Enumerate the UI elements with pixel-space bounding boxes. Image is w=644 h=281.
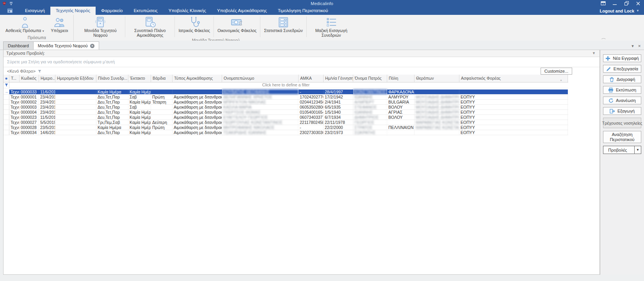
close-button[interactable]	[632, 0, 644, 7]
tab-list-dropdown-icon[interactable]: ▼	[631, 44, 635, 48]
table-cell: 23/5/2019	[39, 125, 55, 130]
filter-funnel-icon[interactable]	[38, 70, 41, 73]
doc-tab[interactable]: Μονάδα Τεχνητού Νεφρού✕	[33, 41, 99, 50]
tab-strip-close-icon[interactable]: ✕	[638, 44, 641, 48]
column-header[interactable]: Πόλη	[387, 75, 415, 82]
table-row[interactable]: →Τεχνη000003311/6/2019Καμία ΗμέραΚαμία Η…	[4, 89, 568, 95]
empty-filter-label[interactable]: <Κενό Φίλτρο>	[7, 67, 36, 75]
data-grid: ✱Τ...ΚωδικόςΗμερο...Ημερομηνία ΕξόδουΠλά…	[4, 75, 568, 135]
customize-button[interactable]: Customize...	[541, 68, 572, 75]
table-cell: ΔΗΜΗΤΡΙΟΣ	[353, 115, 387, 120]
sidebar-button[interactable]: Αναζήτηση Περιστατικού	[603, 131, 641, 143]
table-cell: 22/2/2000	[324, 125, 353, 130]
ribbon-item[interactable]: Στατιστικά Συνεδριών	[261, 16, 306, 33]
ribbon-item[interactable]: Μονάδα Τεχνητού Νεφρού	[76, 16, 125, 38]
column-header[interactable]: Ημερο...	[39, 75, 55, 82]
table-cell: ΜΟΥΣΙΑΔΗΣ ΔΗΜΗΤΡΙΟΣ	[415, 100, 459, 104]
sidebar-button[interactable]: Τρέχουσες νοσηλείες	[603, 118, 641, 128]
table-cell	[415, 130, 459, 135]
column-header[interactable]: Κωδικός	[20, 75, 39, 82]
column-header[interactable]: Τ...	[9, 75, 20, 82]
ribbon-tab[interactable]: Τιμολόγηση Περιστατικού	[272, 7, 334, 15]
table-cell: ΕΟΠΥΥ	[459, 100, 568, 104]
table-cell: Καμία Ημέρα	[128, 130, 151, 135]
ribbon-tab[interactable]: Εισαγωγή	[20, 7, 50, 15]
sidebar-button[interactable]: Εκτύπωση	[603, 86, 641, 94]
current-view-label: Τρέχουσα Προβολή:	[6, 51, 45, 55]
table-cell: 0000004	[20, 110, 39, 115]
table-cell: Τεχνη	[9, 89, 20, 94]
column-header[interactable]: Ημ/νία Γέννησης	[324, 75, 353, 82]
table-cell: ΕΟΠΥΥ	[459, 130, 568, 135]
doc-tab[interactable]: Dashboard	[3, 41, 34, 50]
sidebar-button[interactable]: Προβολές▼	[603, 146, 641, 154]
column-header[interactable]: Πλάνο Συνεδρ...	[96, 75, 128, 82]
table-row[interactable]: Τεχνη000000323/4/2018Δευ,Τετ,ΠαρΣαβΑιμοκ…	[4, 105, 568, 110]
ribbon-item[interactable]: Ασθενείς Πρόσωπα ▼	[2, 16, 48, 34]
table-row[interactable]: Τεχνη000003414/6/2019Δευ,Τετ,ΠαρΚαμία Ημ…	[4, 130, 568, 135]
sidebar-button[interactable]: Εξαγωγή	[603, 107, 641, 115]
table-cell	[151, 115, 173, 120]
trash-icon	[609, 77, 614, 82]
ribbon-tab[interactable]: Εκτυπώσεις	[128, 7, 163, 15]
ribbon-item[interactable]: Ιατρικός Φάκελος	[175, 16, 213, 33]
ribbon-item[interactable]: Μαζική Εισαγωγή Συνεδριών	[307, 16, 356, 38]
column-header[interactable]: Ονοματεπώνυμο	[222, 75, 299, 82]
collapse-ribbon-icon[interactable]: ︿	[601, 36, 607, 40]
group-by-drop-area[interactable]: Σύρετε μια Στήλη για να ομαδοποιήσετε σύ…	[4, 57, 600, 67]
ribbon-item-separator	[260, 16, 260, 37]
table-row[interactable]: Τεχνη000000123/4/2018Δευ,Τετ,ΠαρΣαβΠρώτη…	[4, 95, 568, 100]
chevron-down-icon[interactable]: ▼	[634, 146, 641, 154]
table-row[interactable]: Τεχνη000002311/5/2018Δευ,Τετ,ΠαρΚαμία Ημ…	[4, 115, 568, 120]
column-header[interactable]: Όνομα Πατρός	[353, 75, 387, 82]
sidebar-button-label: Εκτύπωση	[616, 88, 636, 92]
sidebar-button[interactable]: Επεξεργασία	[603, 65, 641, 73]
chevron-down-icon[interactable]: ▼	[592, 50, 596, 56]
ribbon-tab[interactable]: Φαρμακείο	[96, 7, 128, 15]
row-indicator	[4, 110, 9, 115]
restore-button[interactable]	[621, 0, 632, 7]
column-header[interactable]: Έκτακτο	[128, 75, 151, 82]
define-filter-row[interactable]: Click here to define a filter	[4, 82, 568, 88]
table-cell: 0000003	[20, 105, 39, 109]
ribbon-item-label: Μονάδα Τεχνητού Νεφρού	[79, 29, 121, 38]
table-cell	[151, 110, 173, 115]
sidebar-button[interactable]: Ανανέωση	[603, 97, 641, 104]
ribbon-tab[interactable]: Υποβολές Αιμοκάθαρσης	[212, 7, 272, 15]
table-cell: 22/11/1978	[324, 120, 353, 125]
minimize-button[interactable]	[609, 0, 621, 7]
table-row[interactable]: Τεχνη000002823/5/2019Καμία ΗμέραΚαμία Ημ…	[4, 125, 568, 130]
column-header[interactable]: ΑΜΚΑ	[299, 75, 324, 82]
action-sidebar: Νέα ΕγγραφήΕπεξεργασίαΔιαγραφήΕκτύπωσηΑν…	[600, 50, 644, 275]
table-cell: ΕΟΠΥΥ	[459, 105, 568, 109]
tab-close-icon[interactable]: ✕	[90, 44, 94, 48]
ribbon-item[interactable]: Συνοπτικό Πλάνο Αιμοκάθαρσης	[126, 16, 174, 38]
ribbon-tab[interactable]: Τεχνητός Νεφρός	[50, 7, 96, 15]
table-cell: Τεχνη	[9, 95, 20, 99]
logout-button[interactable]: Logout and Lock ▼	[595, 7, 644, 15]
column-header[interactable]: Βάρδια	[151, 75, 173, 82]
table-cell: 22117802458	[299, 120, 324, 125]
table-cell: ΑΛΜΠΕΡΤ	[353, 100, 387, 104]
column-header[interactable]: Ασφαλιστικός Φορέας	[459, 75, 568, 82]
quick-access-customize-icon[interactable]	[9, 2, 13, 5]
column-header[interactable]: Τύπος Αιμοκάθαρσης	[173, 75, 222, 82]
dialysis-machine-icon	[94, 16, 106, 29]
ribbon-item-label: Οικονομικός Φάκελος	[217, 29, 256, 33]
ribbon-display-options-icon[interactable]	[597, 0, 609, 7]
table-cell	[151, 89, 173, 94]
table-row[interactable]: Τεχνη000000423/4/2018Δευ,Τετ,ΠαρΚαμία Ημ…	[4, 110, 568, 115]
sidebar-button[interactable]: Διαγραφή	[603, 75, 641, 83]
column-header[interactable]: Θεράπων	[415, 75, 459, 82]
chevron-down-icon: ▼	[636, 9, 639, 13]
ribbon-item[interactable]: Υπόχρεοι	[48, 16, 71, 33]
app-menu-icon[interactable]	[0, 7, 20, 15]
table-row[interactable]: Τεχνη000000223/4/2018Δευ,Τετ,ΠαρΚαμία Ημ…	[4, 100, 568, 105]
ribbon-tab[interactable]: Υποβολές Κλινικής	[163, 7, 212, 15]
sidebar-button[interactable]: Νέα Εγγραφή	[603, 54, 641, 62]
ribbon-item[interactable]: Οικονομικός Φάκελος	[214, 16, 260, 33]
dialysis-plan-icon	[144, 16, 156, 29]
column-header[interactable]: Ημερομηνία Εξόδου	[55, 75, 96, 82]
define-filter-label: Click here to define a filter	[4, 82, 568, 88]
table-row[interactable]: Τεχνη00000275/5/2019Τρι,Πεμ,ΣαβΚαμία Ημέ…	[4, 120, 568, 125]
